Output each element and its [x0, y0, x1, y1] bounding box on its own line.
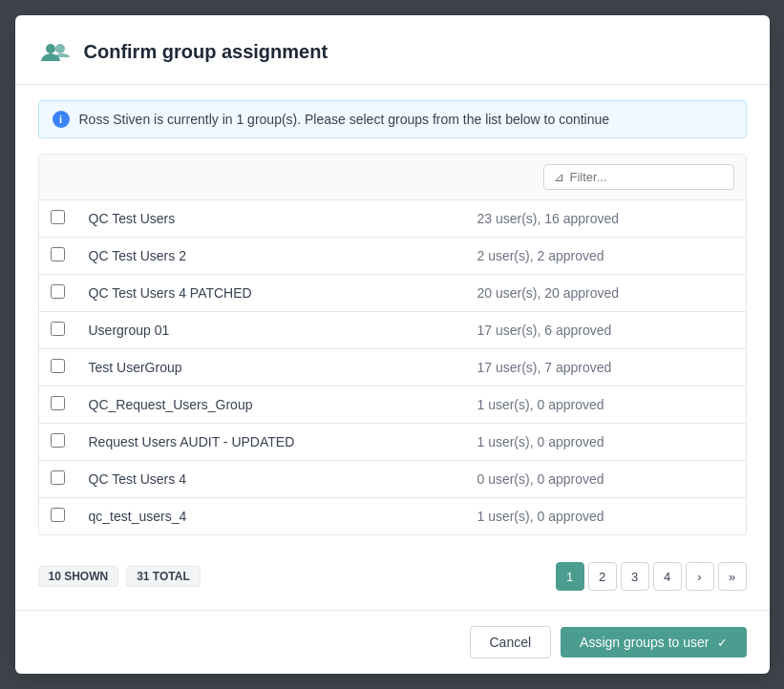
row-checkbox[interactable]: [51, 396, 65, 410]
group-stats: 1 user(s), 0 approved: [465, 498, 745, 535]
page-btn-2[interactable]: 2: [588, 562, 617, 591]
group-name: qc_test_users_4: [77, 498, 466, 535]
group-name: QC Test Users 4 PATCHED: [77, 275, 466, 312]
row-checkbox[interactable]: [51, 470, 65, 485]
row-checkbox[interactable]: [51, 508, 65, 522]
row-checkbox[interactable]: [51, 433, 65, 448]
group-name: QC Test Users 2: [77, 238, 466, 275]
svg-point-1: [55, 44, 65, 53]
row-checkbox-cell[interactable]: [39, 424, 77, 461]
group-name: Request Users AUDIT - UPDATED: [77, 424, 466, 461]
group-stats: 1 user(s), 0 approved: [465, 386, 745, 424]
table-row: QC Test Users 2 2 user(s), 2 approved: [39, 238, 746, 275]
table-row: Usergroup 01 17 user(s), 6 approved: [39, 312, 746, 349]
group-table-container: ⊿ QC Test Users 23 user(s), 16 approved …: [38, 154, 747, 535]
pagination-controls: 1234›»: [556, 562, 747, 591]
table-row: Test UserGroup 17 user(s), 7 approved: [39, 349, 746, 386]
pagination-bar: 10 SHOWN 31 TOTAL 1234›»: [38, 551, 747, 595]
group-stats: 20 user(s), 20 approved: [465, 275, 745, 312]
modal-body: i Ross Stiven is currently in 1 group(s)…: [15, 85, 770, 610]
last-page-button[interactable]: »: [718, 562, 747, 591]
assign-groups-button[interactable]: Assign groups to user ✓: [561, 627, 746, 658]
row-checkbox-cell[interactable]: [39, 312, 77, 349]
total-badge: 31 TOTAL: [126, 566, 201, 587]
assign-button-label: Assign groups to user: [580, 635, 709, 650]
group-table: QC Test Users 23 user(s), 16 approved QC…: [39, 200, 746, 534]
row-checkbox-cell[interactable]: [39, 238, 77, 275]
row-checkbox-cell[interactable]: [39, 498, 77, 535]
group-name: QC Test Users 4: [77, 461, 466, 498]
row-checkbox-cell[interactable]: [39, 349, 77, 386]
group-stats: 17 user(s), 6 approved: [465, 312, 745, 349]
filter-wrapper[interactable]: ⊿: [543, 164, 734, 190]
group-name: QC Test Users: [77, 200, 466, 238]
row-checkbox[interactable]: [51, 247, 65, 261]
confirm-group-assignment-modal: Confirm group assignment i Ross Stiven i…: [15, 15, 770, 674]
group-stats: 23 user(s), 16 approved: [465, 200, 745, 238]
page-btn-4[interactable]: 4: [653, 562, 682, 591]
group-stats: 17 user(s), 7 approved: [465, 349, 745, 386]
row-checkbox-cell[interactable]: [39, 200, 77, 238]
table-row: QC_Request_Users_Group 1 user(s), 0 appr…: [39, 386, 746, 424]
page-btn-1[interactable]: 1: [556, 562, 584, 591]
table-row: QC Test Users 4 0 user(s), 0 approved: [39, 461, 746, 498]
row-checkbox[interactable]: [51, 322, 65, 336]
info-banner: i Ross Stiven is currently in 1 group(s)…: [38, 100, 747, 138]
row-checkbox-cell[interactable]: [39, 386, 77, 424]
group-icon: [38, 34, 73, 69]
table-row: QC Test Users 4 PATCHED 20 user(s), 20 a…: [39, 275, 746, 312]
group-stats: 2 user(s), 2 approved: [465, 238, 745, 275]
page-btn-3[interactable]: 3: [621, 562, 649, 591]
svg-point-0: [46, 44, 55, 53]
filter-input[interactable]: [570, 170, 724, 184]
info-message: Ross Stiven is currently in 1 group(s). …: [79, 112, 610, 127]
group-stats: 0 user(s), 0 approved: [465, 461, 745, 498]
table-row: qc_test_users_4 1 user(s), 0 approved: [39, 498, 746, 535]
modal-footer: Cancel Assign groups to user ✓: [15, 610, 770, 674]
pagination-info: 10 SHOWN 31 TOTAL: [38, 566, 201, 587]
row-checkbox-cell[interactable]: [39, 275, 77, 312]
row-checkbox[interactable]: [51, 284, 65, 299]
filter-icon: ⊿: [554, 170, 564, 184]
row-checkbox-cell[interactable]: [39, 461, 77, 498]
next-page-button[interactable]: ›: [686, 562, 714, 591]
table-row: Request Users AUDIT - UPDATED 1 user(s),…: [39, 424, 746, 461]
row-checkbox[interactable]: [51, 359, 65, 373]
modal-title: Confirm group assignment: [84, 41, 328, 63]
group-name: QC_Request_Users_Group: [77, 386, 466, 424]
modal-header: Confirm group assignment: [15, 15, 770, 85]
cancel-button[interactable]: Cancel: [470, 626, 552, 658]
table-toolbar: ⊿: [39, 155, 746, 200]
info-icon: i: [53, 111, 70, 128]
table-row: QC Test Users 23 user(s), 16 approved: [39, 200, 746, 238]
group-stats: 1 user(s), 0 approved: [465, 424, 745, 461]
group-name: Test UserGroup: [77, 349, 466, 386]
row-checkbox[interactable]: [51, 210, 65, 224]
check-icon: ✓: [717, 636, 728, 650]
group-name: Usergroup 01: [77, 312, 466, 349]
shown-badge: 10 SHOWN: [38, 566, 119, 587]
